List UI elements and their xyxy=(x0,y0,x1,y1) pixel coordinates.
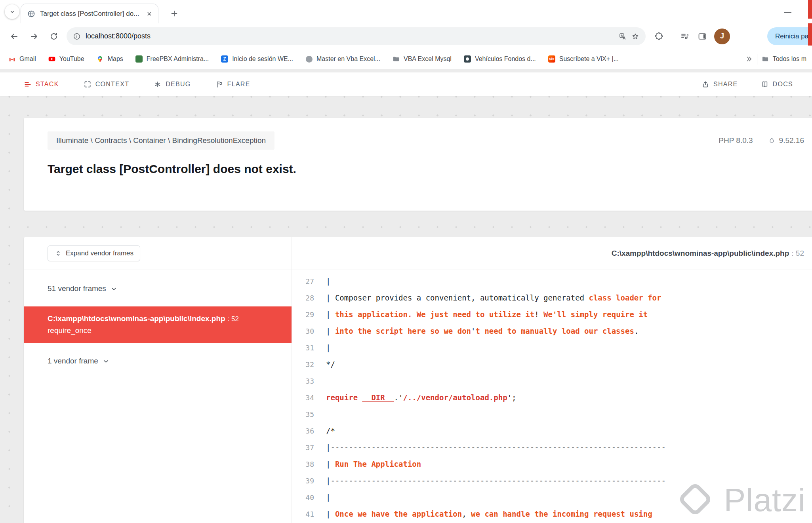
tab-search-button[interactable] xyxy=(5,4,19,19)
reload-button[interactable] xyxy=(45,28,63,45)
stack-trace-card: Expand vendor frames C:\xampp\htdocs\wno… xyxy=(24,237,812,523)
line-number: 40 xyxy=(292,489,314,506)
tab-stack-label: STACK xyxy=(36,81,59,88)
bookmark-all-bookmarks[interactable]: Todos los m xyxy=(761,55,806,63)
bookmark-folder-vba-excel-mysql[interactable]: VBA Excel Mysql xyxy=(392,55,452,63)
tab-context[interactable]: CONTEXT xyxy=(84,80,130,88)
editor-file-path: C:\xampp\htdocs\wnominas-app\public\inde… xyxy=(612,249,789,258)
frame-file-path: C:\xampp\htdocs\wnominas-app\public\inde… xyxy=(48,314,225,323)
vendor-frames-group[interactable]: 1 vendor frame xyxy=(24,353,292,369)
bookmark-vehiculos[interactable]: Vehículos Fondos d... xyxy=(463,55,536,63)
ignition-navbar: STACK CONTEXT DEBUG FLARE SHA xyxy=(0,72,812,96)
back-button[interactable] xyxy=(6,28,23,45)
code-line: 33 xyxy=(292,373,812,389)
media-controls-icon[interactable] xyxy=(676,28,694,45)
new-tab-button[interactable] xyxy=(166,5,183,22)
line-number: 29 xyxy=(292,306,314,323)
vendor-frames-group-label: 51 vendor frames xyxy=(48,284,106,293)
code-line: 34require __DIR__.'/../vendor/autoload.p… xyxy=(292,389,812,406)
frames-list: 51 vendor frames C:\xampp\htdocs\wnomina… xyxy=(24,270,292,523)
profile-avatar[interactable]: J xyxy=(714,29,730,44)
debug-icon xyxy=(154,80,162,88)
line-number: 33 xyxy=(292,373,314,390)
relaunch-to-update-chip[interactable]: Reinicia para ac xyxy=(767,27,812,45)
code-text: | Composer provides a convenient, automa… xyxy=(326,293,661,302)
docs-button[interactable]: DOCS xyxy=(761,80,793,88)
code-line: 38| Run The Application xyxy=(292,456,812,472)
code-line: 28| Composer provides a convenient, auto… xyxy=(292,289,812,306)
ignition-version: 9.52.16 xyxy=(768,136,804,145)
line-number: 27 xyxy=(292,273,314,290)
code-text: /* xyxy=(326,426,335,435)
unfold-icon xyxy=(54,249,62,257)
line-number: 32 xyxy=(292,356,314,373)
translate-icon[interactable] xyxy=(619,32,627,40)
bookmark-youtube[interactable]: YouTube xyxy=(48,55,84,63)
stack-icon xyxy=(24,80,32,88)
vendor-frames-group-label: 1 vendor frame xyxy=(48,357,98,365)
code-lines: 27|28| Composer provides a convenient, a… xyxy=(292,273,812,522)
tab-flare[interactable]: FLARE xyxy=(215,80,250,88)
site-info-icon[interactable] xyxy=(73,32,81,40)
bookmark-vba-course[interactable]: Master en Vba Excel... xyxy=(305,55,380,63)
code-text: |---------------------------------------… xyxy=(326,476,666,485)
active-stack-frame[interactable]: C:\xampp\htdocs\wnominas-app\public\inde… xyxy=(24,306,292,343)
code-line: 40| xyxy=(292,489,812,506)
code-text: | Run The Application xyxy=(326,460,421,468)
tab-close-icon[interactable] xyxy=(145,10,153,18)
tab-debug-label: DEBUG xyxy=(166,81,191,88)
browser-tab-strip: Target class [PostController] do... xyxy=(0,0,812,23)
code-line: 30| into the script here so we don't nee… xyxy=(292,323,812,339)
maps-pin-icon xyxy=(96,55,104,63)
tab-stack[interactable]: STACK xyxy=(24,80,59,88)
bookmark-star-icon[interactable] xyxy=(631,32,639,40)
url-text: localhost:8000/posts xyxy=(86,32,614,40)
version-info: PHP 8.0.3 9.52.16 xyxy=(719,136,804,145)
code-line: 35 xyxy=(292,406,812,422)
bookmark-vix[interactable]: vix Suscríbete a ViX+ |... xyxy=(548,55,619,63)
code-text: | into the script here so we don't need … xyxy=(326,327,639,335)
frame-method: require_once xyxy=(48,326,282,335)
share-label: SHARE xyxy=(713,81,738,88)
docs-book-icon xyxy=(761,80,769,88)
line-number: 41 xyxy=(292,506,314,523)
line-number: 31 xyxy=(292,340,314,356)
share-button[interactable]: SHARE xyxy=(701,80,738,88)
line-number: 39 xyxy=(292,473,314,489)
browser-tab[interactable]: Target class [PostController] do... xyxy=(21,4,158,23)
flare-flag-icon xyxy=(215,80,223,88)
code-line: 32*/ xyxy=(292,356,812,373)
bookmark-freepbx[interactable]: FreePBX Administra... xyxy=(135,55,209,63)
bookmark-gmail[interactable]: Gmail xyxy=(8,55,36,63)
screen-edge-red-strip xyxy=(808,23,812,46)
code-text: */ xyxy=(326,360,335,369)
expand-vendor-frames-button[interactable]: Expand vendor frames xyxy=(48,245,140,261)
freepbx-icon xyxy=(135,55,143,63)
line-number: 37 xyxy=(292,439,314,456)
line-number: 35 xyxy=(292,406,314,423)
code-line: 36/* xyxy=(292,422,812,439)
frame-file-line: : 52 xyxy=(228,315,239,323)
tab-debug[interactable]: DEBUG xyxy=(154,80,191,88)
tab-title: Target class [PostController] do... xyxy=(40,10,141,18)
bookmark-maps[interactable]: Maps xyxy=(96,55,123,63)
bookmarks-overflow-chevron-icon[interactable] xyxy=(745,55,753,63)
forward-button[interactable] xyxy=(25,28,43,45)
vix-icon: vix xyxy=(548,55,556,63)
bookmark-webmin-login[interactable]: Z Inicio de sesión WE... xyxy=(221,55,293,63)
extensions-icon[interactable] xyxy=(650,28,668,45)
side-panel-icon[interactable] xyxy=(694,28,711,45)
code-text: require __DIR__.'/../vendor/autoload.php… xyxy=(326,393,516,402)
screen-edge-red-strip xyxy=(808,0,812,19)
url-bar[interactable]: localhost:8000/posts xyxy=(67,27,646,45)
ignition-error-page: STACK CONTEXT DEBUG FLARE SHA xyxy=(0,69,812,523)
vendor-frames-group[interactable]: 51 vendor frames xyxy=(24,281,292,297)
code-line: 29| this application. We just need to ut… xyxy=(292,306,812,323)
chevron-down-icon xyxy=(8,8,16,16)
exception-class-badge: Illuminate \ Contracts \ Container \ Bin… xyxy=(48,131,274,150)
folder-icon xyxy=(761,55,769,63)
code-text: | xyxy=(326,493,330,502)
minimize-icon[interactable] xyxy=(784,12,791,13)
line-number: 28 xyxy=(292,290,314,306)
code-text: | Once we have the application, we can h… xyxy=(326,510,652,518)
